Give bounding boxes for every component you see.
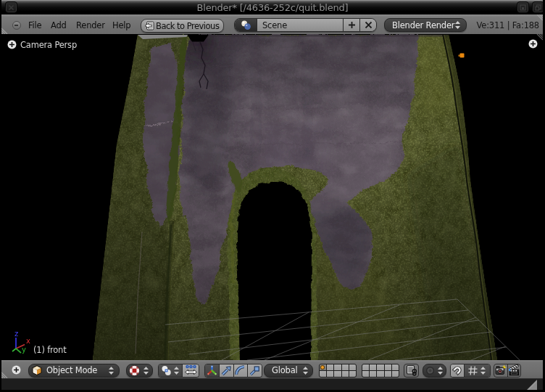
mode-label: Object Mode [46, 365, 97, 375]
layer-cell[interactable] [334, 371, 341, 377]
dropdown-chevrons-icon [143, 366, 149, 375]
scene-name-field[interactable]: Scene [257, 19, 343, 31]
window-resize-grip[interactable] [526, 380, 537, 390]
scene-browse-button[interactable] [235, 19, 257, 31]
mini-axis-gizmo: z x y [7, 330, 33, 356]
window-iconify-button[interactable] [517, 1, 529, 13]
view-name-label: Camera Persp [20, 40, 77, 50]
viewport-shading-dropdown[interactable] [126, 364, 153, 378]
rendered-scene-monument [1, 34, 543, 360]
layer-cell[interactable] [342, 364, 349, 370]
snap-toggle-button[interactable] [451, 364, 464, 377]
scene-stats: Ve:311 | Fa:188 [477, 20, 540, 30]
expand-properties-icon[interactable] [7, 40, 17, 49]
scene-add-button[interactable] [343, 19, 359, 31]
window-bottom-strip [1, 379, 543, 390]
axis-z-label: z [14, 330, 18, 338]
lock-layers-icon [406, 364, 417, 376]
viewport-3d[interactable]: Camera Persp z x y (1) front [1, 34, 543, 360]
layers-group-1[interactable] [319, 364, 357, 378]
dropdown-chevrons-icon [302, 366, 309, 375]
layer-cell[interactable] [349, 364, 356, 370]
manipulator-translate-button[interactable] [219, 364, 233, 377]
axis-y-label: y [22, 346, 26, 354]
maximize-icon [535, 4, 541, 11]
layer-cell[interactable] [320, 371, 326, 377]
layer-cell[interactable] [342, 371, 349, 377]
back-to-previous-button[interactable]: Back to Previous [141, 19, 224, 33]
opengl-render-group [494, 364, 521, 378]
iconify-icon [520, 4, 526, 11]
clapperboard-icon [508, 364, 520, 376]
manipulator-icon [184, 364, 198, 377]
scene-unlink-button[interactable] [359, 19, 376, 31]
layer-cell[interactable] [362, 371, 369, 377]
window-border-left [0, 0, 1, 392]
menu-render[interactable]: Render [76, 20, 105, 30]
shading-textured-icon [129, 365, 140, 376]
scene-selector: Scene [234, 18, 377, 32]
area-corner-grip[interactable] [533, 34, 543, 44]
rotate-icon [235, 365, 246, 376]
layer-cell[interactable] [349, 371, 356, 377]
layer-cell[interactable] [385, 371, 391, 377]
layer-cell[interactable] [385, 364, 391, 370]
lock-to-scene-button[interactable] [404, 364, 419, 378]
mode-dropdown[interactable]: Object Mode [28, 364, 120, 378]
orientation-label: Global [272, 365, 297, 375]
x-icon [365, 21, 373, 29]
dropdown-chevrons-icon [480, 366, 486, 375]
render-opengl-still-button[interactable] [494, 364, 507, 377]
orientation-dropdown[interactable]: Global [264, 364, 313, 378]
menu-add[interactable]: Add [51, 20, 67, 30]
axis-x-label: x [26, 337, 30, 345]
manipulator-rotate-button[interactable] [233, 364, 248, 377]
render-engine-dropdown[interactable]: Blender Render [384, 18, 467, 32]
proportional-off-icon [425, 366, 435, 375]
dropdown-chevrons-icon [437, 366, 444, 375]
area-corner-grip[interactable] [1, 368, 12, 378]
render-engine-label: Blender Render [392, 20, 454, 30]
layer-cell[interactable] [327, 371, 333, 377]
layer-cell[interactable] [370, 364, 376, 370]
area-corner-grip[interactable] [1, 24, 12, 34]
layer-1-active[interactable] [320, 364, 326, 370]
transform-manipulator-group [204, 364, 262, 378]
layer-cell[interactable] [334, 364, 341, 370]
menu-help[interactable]: Help [112, 20, 130, 30]
scene-icon [241, 20, 251, 30]
camera-icon [495, 364, 507, 376]
snap-element-dropdown[interactable] [464, 364, 490, 377]
area-corner-grip[interactable] [533, 14, 543, 25]
frame-label: (1) front [33, 345, 67, 355]
object-origin-dot [460, 54, 465, 58]
manipulator-axes-button[interactable] [205, 364, 219, 377]
layer-cell[interactable] [392, 371, 399, 377]
layer-cell[interactable] [362, 364, 369, 370]
layer-cell[interactable] [392, 364, 399, 370]
proportional-editing-dropdown[interactable] [423, 364, 446, 378]
expand-header-plus-icon[interactable] [12, 365, 21, 375]
manipulator-scale-button[interactable] [247, 364, 262, 377]
layer-cell[interactable] [377, 371, 383, 377]
render-opengl-anim-button[interactable] [507, 364, 521, 377]
translate-icon [221, 365, 232, 376]
collapse-menus-icon[interactable] [12, 21, 21, 30]
dropdown-chevrons-icon [173, 366, 180, 375]
titlebar: Blender* [/4636-252c/quit.blend] [0, 0, 545, 14]
blender-window: Blender* [/4636-252c/quit.blend] File Ad… [0, 0, 545, 392]
layers-group-2[interactable] [362, 364, 399, 378]
back-icon [144, 21, 154, 30]
pivot-point-dropdown[interactable] [159, 364, 182, 377]
dropdown-chevrons-icon [454, 20, 461, 30]
layer-cell[interactable] [327, 364, 333, 370]
window-title: Blender* [/4636-252c/quit.blend] [0, 2, 545, 13]
menu-file[interactable]: File [28, 20, 41, 30]
dropdown-chevrons-icon [108, 366, 115, 375]
pivot-median-icon [161, 365, 172, 376]
scale-icon [249, 365, 260, 376]
manipulator-toggle-button[interactable] [182, 364, 199, 377]
layer-cell[interactable] [370, 371, 376, 377]
snap-group [450, 364, 491, 378]
layer-cell[interactable] [377, 364, 383, 370]
